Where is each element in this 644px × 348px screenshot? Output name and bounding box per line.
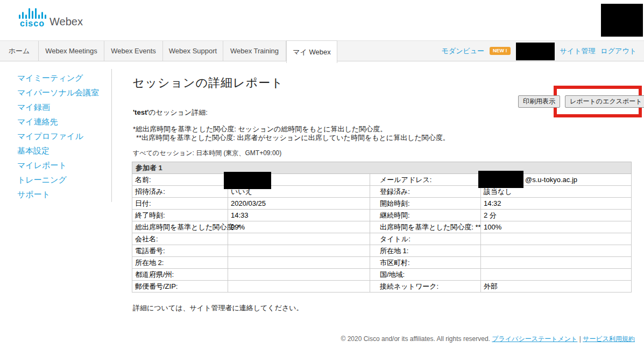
webex-classic-page: cisco Webex ホームWebex MeetingsWebex Event… (0, 0, 644, 348)
sidebar-divider (111, 69, 112, 202)
cell-value: 99% (228, 221, 370, 233)
sidebar-item[interactable]: 基本設定 (17, 143, 99, 158)
cell-value: 14:32 (481, 198, 632, 210)
cell-label: 郵便番号/ZIP: (132, 281, 228, 293)
export-report-button[interactable]: レポートのエクスポート (565, 95, 644, 108)
cell-value (228, 269, 370, 281)
timezone-note: すべてのセッション: 日本時間 (東京、GMT+09:00) (133, 149, 281, 158)
cell-value (481, 233, 632, 245)
cell-label: 所在地 1: (370, 245, 481, 257)
cell-value: 2020/03/25 (228, 198, 370, 210)
cell-value: 外部 (481, 281, 632, 293)
cell-label: 継続時間: (370, 210, 481, 221)
sidebar-item[interactable]: マイ連絡先 (17, 114, 99, 129)
sidebar-item[interactable]: マイミーティング (17, 71, 99, 85)
cell-label: 都道府県/州: (132, 269, 228, 281)
redacted-user-info-box (601, 4, 643, 37)
print-view-button[interactable]: 印刷用表示 (518, 95, 560, 108)
session-subtitle-suffix: のセッション詳細: (148, 108, 207, 116)
sidebar-item[interactable]: マイプロファイル (17, 129, 99, 143)
logout-link[interactable]: ログアウト (600, 46, 636, 56)
session-subtitle: 'test'のセッション詳細: (133, 108, 208, 117)
cell-label: 電話番号: (132, 245, 228, 257)
footer: © 2020 Cisco and/or its affiliates. All … (341, 335, 635, 344)
sidebar-item[interactable]: マイパーソナル会議室 (17, 85, 99, 100)
webex-logo-text: Webex (49, 16, 83, 28)
cell-value (228, 245, 370, 257)
tab-bar: ホームWebex MeetingsWebex EventsWebex Suppo… (0, 40, 644, 61)
table-row: 電話番号:所在地 1: (132, 245, 632, 257)
table-row: 日付:2020/03/25開始時刻:14:32 (132, 198, 632, 210)
site-admin-link[interactable]: サイト管理 (560, 46, 596, 56)
cell-value (481, 269, 632, 281)
table-row: 名前:メールアドレス:@s.u-tokyo.ac.jp (132, 174, 632, 186)
cell-label: 接続ネットワーク: (370, 281, 481, 293)
table-row: 総出席時間を基準とした関心度: *99%出席時間を基準とした関心度: **100… (132, 221, 632, 233)
tab-webex-meetings[interactable]: Webex Meetings (39, 41, 104, 61)
cell-label: 総出席時間を基準とした関心度: * (132, 221, 228, 233)
sidebar-item[interactable]: トレーニング (17, 172, 99, 187)
cell-label: 日付: (132, 198, 228, 210)
session-name: 'test' (133, 108, 148, 116)
cell-value (481, 245, 632, 257)
tab-webex-events[interactable]: Webex Events (104, 41, 163, 61)
table-row: 会社名:タイトル: (132, 233, 632, 245)
cell-value (228, 281, 370, 293)
cell-value: 14:33 (228, 210, 370, 221)
cell-value (481, 257, 632, 269)
table-row: 郵便番号/ZIP:接続ネットワーク:外部 (132, 281, 632, 293)
privacy-statement-link[interactable]: プライバシーステートメント (492, 335, 577, 343)
cell-label: 名前: (132, 174, 228, 186)
cell-label: 国/地域: (370, 269, 481, 281)
cisco-logo-text: cisco (20, 19, 45, 29)
cell-label: 登録済み: (370, 186, 481, 198)
terms-of-service-link[interactable]: サービス利用規約 (583, 335, 635, 343)
sidebar-item[interactable]: サポート (17, 187, 99, 201)
tab-webex-support[interactable]: Webex Support (163, 41, 223, 61)
modern-view-link[interactable]: モダンビュー (442, 46, 485, 56)
cell-label: タイトル: (370, 233, 481, 245)
sidebar-nav: マイミーティングマイパーソナル会議室マイ録画マイ連絡先マイプロファイル基本設定マ… (17, 71, 99, 201)
cell-label: 出席時間を基準とした関心度: ** (370, 221, 481, 233)
redacted-username-box (516, 43, 555, 60)
table-row: 招待済み:いいえ登録済み:該当なし (132, 186, 632, 198)
cell-value: 100% (481, 221, 632, 233)
page-title: セッションの詳細レポート (132, 75, 284, 91)
cell-label: メールアドレス: (370, 174, 481, 186)
cell-label: 招待済み: (132, 186, 228, 198)
cisco-logo-icon (19, 7, 47, 19)
cell-value (228, 174, 370, 186)
table-header-row: 参加者 1 (132, 162, 632, 174)
new-badge: NEW ! (490, 47, 511, 55)
top-nav-right: モダンビュー NEW ! サイト管理 ログアウト (442, 41, 636, 61)
cell-value (228, 257, 370, 269)
cell-label: 終了時刻: (132, 210, 228, 221)
copyright-text: © 2020 Cisco and/or its affiliates. All … (341, 335, 490, 343)
cell-label: 所在地 2: (132, 257, 228, 269)
sidebar-item[interactable]: マイ録画 (17, 100, 99, 114)
participant-table: 参加者 1 名前:メールアドレス:@s.u-tokyo.ac.jp招待済み:いい… (132, 162, 632, 293)
cell-value: @s.u-tokyo.ac.jp (481, 174, 632, 186)
header: cisco Webex (0, 0, 644, 40)
cell-label: 会社名: (132, 233, 228, 245)
table-row: 所在地 2:市区町村: (132, 257, 632, 269)
redacted-email-box (478, 171, 523, 188)
tab-webex-training[interactable]: Webex Training (223, 41, 286, 61)
cell-label: 開始時刻: (370, 198, 481, 210)
participant-header: 参加者 1 (132, 162, 632, 174)
cell-label: 市区町村: (370, 257, 481, 269)
cell-value (228, 233, 370, 245)
table-row: 終了時刻:14:33継続時間:2 分 (132, 210, 632, 221)
participant-table-body: 名前:メールアドレス:@s.u-tokyo.ac.jp招待済み:いいえ登録済み:… (132, 174, 632, 293)
tab-ホーム[interactable]: ホーム (0, 41, 39, 61)
cell-value: 2 分 (481, 210, 632, 221)
attention-note-2: **出席時間を基準とした関心度: 出席者がセッションに出席していた時間をもとに算… (136, 133, 450, 143)
report-actions: 印刷用表示 レポートのエクスポート (518, 95, 644, 108)
tab-マイ-webex[interactable]: マイ Webex (286, 40, 337, 63)
redacted-name-box (224, 172, 271, 189)
footer-separator: | (579, 335, 581, 343)
table-row: 都道府県/州:国/地域: (132, 269, 632, 281)
sidebar-item[interactable]: マイレポート (17, 158, 99, 172)
contact-admin-note: 詳細については、サイト管理者に連絡してください。 (133, 303, 303, 313)
